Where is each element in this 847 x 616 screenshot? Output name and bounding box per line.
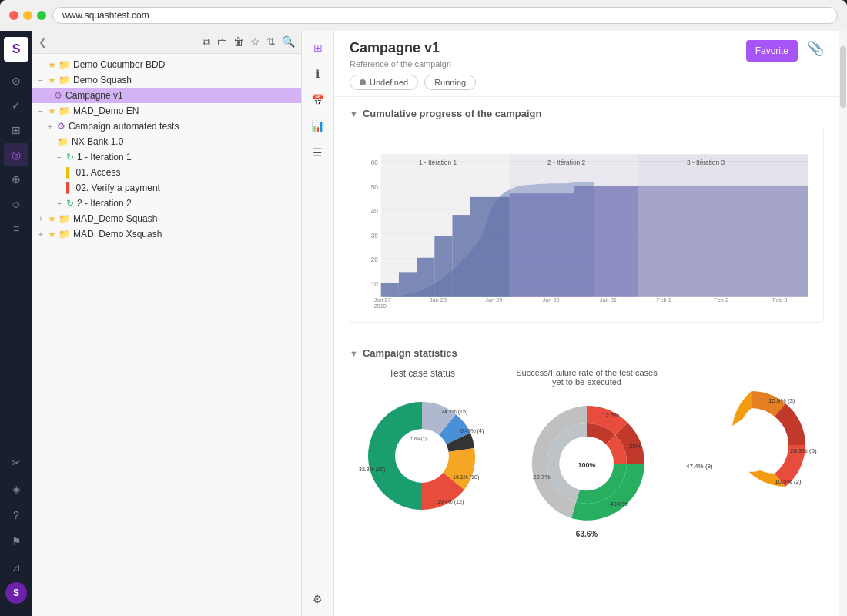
star-icon: ★ <box>48 105 56 116</box>
nav-icon-globe[interactable]: ⊕ <box>4 168 28 191</box>
star-icon: ★ <box>48 229 56 239</box>
nav-icon-campaign[interactable]: ◎ <box>4 143 28 166</box>
sort-icon[interactable]: ⇅ <box>266 35 276 49</box>
app-container: S ⊙ ✓ ⊞ ◎ ⊕ ☺ ≡ ✂ ◈ ? ⚑ ⊿ S ❮ ⧉ 🗀 🗑 ☆ <box>0 31 847 616</box>
url-bar[interactable]: www.squashtest.com <box>52 7 838 24</box>
svg-rect-26 <box>638 186 808 297</box>
svg-text:60: 60 <box>371 159 379 166</box>
tree-item-label: Campagne v1 <box>65 90 123 101</box>
attachment-icon[interactable]: 📎 <box>807 40 824 57</box>
svg-text:6.45% (4): 6.45% (4) <box>460 428 484 434</box>
nav-icon-scissors[interactable]: ✂ <box>4 451 28 474</box>
svg-text:1 - Itération 1: 1 - Itération 1 <box>419 159 457 166</box>
tree-content: − ★ 📁 Demo Cucumber BDD − ★ 📁 Demo Squas… <box>32 54 301 616</box>
minimize-dot[interactable] <box>23 11 32 20</box>
nav-icon-filter[interactable]: ⊿ <box>4 556 28 579</box>
nav-icon-flag[interactable]: ⚑ <box>4 530 28 553</box>
maximize-dot[interactable] <box>37 11 46 20</box>
browser-dots <box>9 11 46 20</box>
folder-open-icon: 📁 <box>59 59 70 70</box>
svg-text:Jan 30: Jan 30 <box>542 296 559 303</box>
main-content: Campagne v1 Reference of the campaign Un… <box>334 31 839 616</box>
test-case-status-title: Test case status <box>389 368 455 379</box>
tree-item-label: Campaign automated tests <box>69 121 179 132</box>
delete-icon[interactable]: 🗑 <box>233 35 244 49</box>
svg-text:63.6%: 63.6% <box>576 530 598 538</box>
star-icon: ★ <box>48 75 56 85</box>
scrollbar-track[interactable] <box>839 31 847 616</box>
tree-item-campagne-v1[interactable]: ⚙ Campagne v1 <box>32 88 301 103</box>
folder-open-icon: 📁 <box>59 75 70 85</box>
section-chevron[interactable]: ▼ <box>350 349 358 358</box>
bookmark-icon[interactable]: ☆ <box>250 35 260 49</box>
panel-grid-icon[interactable]: ⊞ <box>306 37 330 59</box>
stats-container: Test case status <box>350 368 824 541</box>
tree-item-label: MAD_Demo EN <box>73 105 139 116</box>
svg-text:Feb 3: Feb 3 <box>772 296 787 303</box>
panel-chart-icon[interactable]: 📊 <box>306 116 330 137</box>
tree-toolbar-icons: ⧉ 🗀 🗑 ☆ ⇅ 🔍 <box>203 35 295 49</box>
nav-icon-user[interactable]: ☺ <box>4 192 28 216</box>
tree-item-iter-1[interactable]: − ↻ 1 - Iteration 1 <box>32 149 301 165</box>
folder-open-icon: 📁 <box>57 136 69 147</box>
svg-text:15.8% (3): 15.8% (3) <box>768 397 795 404</box>
folder-icon[interactable]: 🗀 <box>216 35 227 49</box>
badge-undefined-label: Undefined <box>370 78 408 87</box>
svg-text:16.1% (10): 16.1% (10) <box>453 474 479 480</box>
tree-item-test-02[interactable]: ▌ 02. Verify a payment <box>32 180 301 196</box>
progress-chart-container: 60 50 40 30 20 10 <box>350 129 824 323</box>
tree-item-demo-squash[interactable]: − ★ 📁 Demo Squash <box>32 72 301 88</box>
section-chevron[interactable]: ▼ <box>350 109 358 119</box>
tree-item-mad-xsquash[interactable]: + ★ 📁 MAD_Demo Xsquash <box>32 226 301 242</box>
scrollbar-thumb[interactable] <box>840 46 846 108</box>
iteration-icon: ↻ <box>66 198 74 209</box>
badge-undefined[interactable]: Undefined <box>350 75 418 90</box>
panel-settings-icon[interactable]: ⚙ <box>306 588 330 610</box>
nav-icon-check[interactable]: ✓ <box>4 94 28 117</box>
nav-icon-layers[interactable]: ⊞ <box>4 119 28 142</box>
tree-item-label: 01. Access <box>76 167 121 178</box>
tree-item-mad-demo-en[interactable]: − ★ 📁 MAD_Demo EN <box>32 103 301 119</box>
search-icon[interactable]: 🔍 <box>282 35 295 49</box>
tree-item-campaign-auto[interactable]: + ⚙ Campaign automated tests <box>32 119 301 134</box>
tree-item-mad-squash[interactable]: + ★ 📁 MAD_Demo Squash <box>32 211 301 226</box>
progress-section: ▼ Cumulative progress of the campaign 60… <box>334 97 839 336</box>
close-dot[interactable] <box>9 11 18 20</box>
svg-rect-21 <box>434 236 452 297</box>
campaign-icon: ⚙ <box>54 90 62 101</box>
tree-item-test-01[interactable]: ▌ 01. Access <box>32 165 301 180</box>
svg-text:47.4% (9): 47.4% (9) <box>686 463 713 470</box>
tree-item-label: 2 - Iteration 2 <box>77 198 132 209</box>
app-logo[interactable]: S <box>4 37 28 62</box>
tree-item-label: 02. Verify a payment <box>76 182 160 193</box>
nav-icon-list[interactable]: ≡ <box>4 217 28 240</box>
star-icon: ★ <box>48 59 56 70</box>
statistics-section: ▼ Campaign statistics Test case status <box>334 336 839 551</box>
icon-sidebar: S ⊙ ✓ ⊞ ◎ ⊕ ☺ ≡ ✂ ◈ ? ⚑ ⊿ S <box>0 31 32 616</box>
panel-calendar-icon[interactable]: 📅 <box>306 89 330 111</box>
panel-list-icon[interactable]: ☰ <box>306 142 330 163</box>
nav-icon-home[interactable]: ⊙ <box>4 69 28 92</box>
success-failure-svg: 100% 12.5% 25% 40.8% 22.7% 63.6% <box>510 394 664 541</box>
svg-text:12.5%: 12.5% <box>602 412 620 419</box>
copy-icon[interactable]: ⧉ <box>203 35 210 49</box>
panel-info-icon[interactable]: ℹ <box>306 63 330 85</box>
nav-icon-help[interactable]: ? <box>4 504 28 527</box>
badge-running[interactable]: Running <box>424 75 476 90</box>
panel-toolbar: ⊞ ℹ 📅 📊 ☰ ⚙ <box>302 31 334 616</box>
svg-text:19.4% (12): 19.4% (12) <box>437 499 464 505</box>
svg-text:3 - Itération 3: 3 - Itération 3 <box>687 159 725 166</box>
tree-item-iter-2[interactable]: + ↻ 2 - Iteration 2 <box>32 196 301 211</box>
tree-item-nx-bank[interactable]: − 📁 NX Bank 1.0 <box>32 134 301 149</box>
svg-rect-24 <box>510 193 574 297</box>
svg-text:32.3% (20): 32.3% (20) <box>359 467 385 473</box>
star-icon: ★ <box>48 213 56 224</box>
tree-item-demo-cucumber[interactable]: − ★ 📁 Demo Cucumber BDD <box>32 57 301 72</box>
avatar[interactable]: S <box>5 582 27 604</box>
tree-collapse-button[interactable]: ❮ <box>38 36 47 48</box>
svg-rect-18 <box>381 283 399 297</box>
favorite-button[interactable]: Favorite <box>746 40 798 62</box>
statistics-title-text: Campaign statistics <box>363 347 457 359</box>
nav-icon-bug[interactable]: ◈ <box>4 477 28 500</box>
tree-toolbar: ❮ ⧉ 🗀 🗑 ☆ ⇅ 🔍 <box>32 31 301 54</box>
